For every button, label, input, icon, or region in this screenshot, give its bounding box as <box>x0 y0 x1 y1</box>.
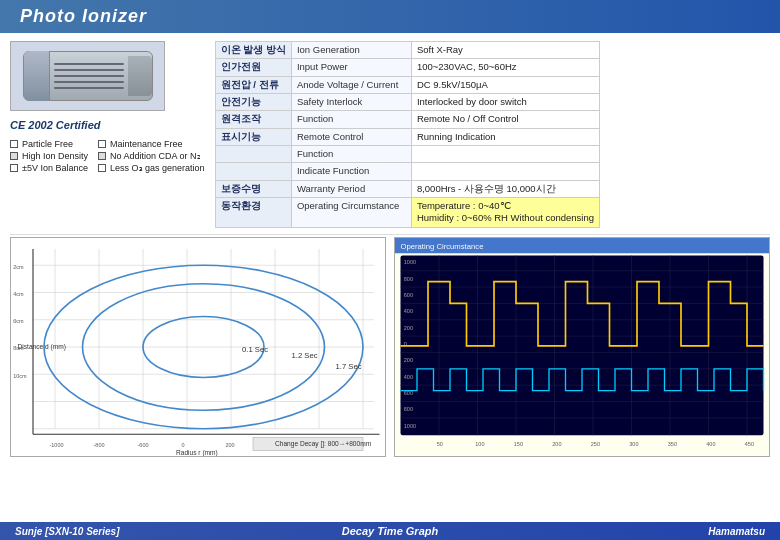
feature-label: Particle Free <box>22 139 73 149</box>
left-panel: CE 2002 Certified Particle Free High Ion… <box>10 41 205 228</box>
spec-english: Warranty Period <box>291 180 411 197</box>
svg-text:150: 150 <box>514 441 523 447</box>
spec-value <box>411 163 599 180</box>
spec-korean: 이온 발생 방식 <box>215 42 291 59</box>
main-content: Photo Ionizer CE 2002 Ce <box>0 0 780 540</box>
svg-text:800: 800 <box>404 275 413 281</box>
svg-text:4cm: 4cm <box>13 291 24 297</box>
top-section: CE 2002 Certified Particle Free High Ion… <box>0 33 780 232</box>
svg-text:0: 0 <box>404 341 407 347</box>
product-image <box>10 41 165 111</box>
svg-text:250: 250 <box>591 441 600 447</box>
spec-row: 원전압 / 전류 Anode Voltage / Current DC 9.5k… <box>215 76 599 93</box>
spec-english: Function <box>291 146 411 163</box>
features-list: Particle Free High Ion Density ±5V Ion B… <box>10 139 205 175</box>
spec-value: 100~230VAC, 50~60Hz <box>411 59 599 76</box>
operating-graph: Operating Circumstance <box>394 237 770 457</box>
svg-text:0: 0 <box>182 442 185 448</box>
spec-korean: 안전기능 <box>215 94 291 111</box>
svg-text:-1000: -1000 <box>50 442 64 448</box>
svg-text:-800: -800 <box>94 442 105 448</box>
ionizer-vents <box>50 59 128 93</box>
svg-text:200: 200 <box>404 324 413 330</box>
feature-label: High Ion Density <box>22 151 88 161</box>
svg-text:200: 200 <box>552 441 561 447</box>
ionizer-body <box>23 51 153 101</box>
svg-text:50: 50 <box>437 441 443 447</box>
feature-item: ±5V Ion Balance <box>10 163 88 173</box>
spec-row: 동작환경 Operating Circumstance Temperature … <box>215 198 599 228</box>
spec-korean: 원격조작 <box>215 111 291 128</box>
spec-row: 원격조작 Function Remote No / Off Control <box>215 111 599 128</box>
svg-text:600: 600 <box>404 390 413 396</box>
features-col1: Particle Free High Ion Density ±5V Ion B… <box>10 139 88 175</box>
spec-english: Indicate Function <box>291 163 411 180</box>
spec-row: 표시기능 Remote Control Running Indication <box>215 128 599 145</box>
features-col2: Maintenance Free No Addition CDA or N₂ L… <box>98 139 205 175</box>
checkbox-icon <box>10 164 18 172</box>
title-bar: Photo Ionizer <box>0 0 780 33</box>
operating-svg: Operating Circumstance <box>395 238 769 456</box>
spec-row: 안전기능 Safety Interlock Interlocked by doo… <box>215 94 599 111</box>
footer-left-text: Sunje [SXN-10 Series] <box>15 526 265 537</box>
bottom-section: 0.1 Sec 1.2 Sec 1.7 Sec 2cm 4cm 6cm 8cm … <box>0 237 780 457</box>
svg-text:Distance d (mm): Distance d (mm) <box>18 343 66 351</box>
svg-text:200: 200 <box>226 442 235 448</box>
ionizer-front <box>24 51 50 101</box>
svg-text:1000: 1000 <box>404 422 416 428</box>
spec-value: Interlocked by door switch <box>411 94 599 111</box>
spec-row: Indicate Function <box>215 163 599 180</box>
svg-text:Radius r (mm): Radius r (mm) <box>176 449 218 456</box>
feature-label: ±5V Ion Balance <box>22 163 88 173</box>
spec-value: Running Indication <box>411 128 599 145</box>
svg-text:400: 400 <box>404 308 413 314</box>
checkbox-icon <box>10 140 18 148</box>
feature-label: No Addition CDA or N₂ <box>110 151 201 161</box>
spec-english: Anode Voltage / Current <box>291 76 411 93</box>
svg-text:10cm: 10cm <box>13 372 27 378</box>
feature-label: Maintenance Free <box>110 139 183 149</box>
spec-korean: 보증수명 <box>215 180 291 197</box>
feature-label: Less O₃ gas generation <box>110 163 205 173</box>
spec-english: Safety Interlock <box>291 94 411 111</box>
footer-bar: Sunje [SXN-10 Series] Decay Time Graph H… <box>0 522 780 540</box>
spec-value: DC 9.5kV/150μA <box>411 76 599 93</box>
spec-english: Remote Control <box>291 128 411 145</box>
spec-value: 8,000Hrs - 사용수명 10,000시간 <box>411 180 599 197</box>
vent-line <box>54 87 124 89</box>
svg-text:300: 300 <box>629 441 638 447</box>
svg-text:1.7 Sec: 1.7 Sec <box>336 362 362 371</box>
spec-row: 보증수명 Warranty Period 8,000Hrs - 사용수명 10,… <box>215 180 599 197</box>
feature-item: Maintenance Free <box>98 139 205 149</box>
svg-text:6cm: 6cm <box>13 318 24 324</box>
svg-text:2cm: 2cm <box>13 263 24 269</box>
checkbox-icon-checked <box>98 152 106 160</box>
svg-text:350: 350 <box>668 441 677 447</box>
divider <box>10 234 770 235</box>
decay-svg: 0.1 Sec 1.2 Sec 1.7 Sec 2cm 4cm 6cm 8cm … <box>11 238 385 456</box>
spec-value: Remote No / Off Control <box>411 111 599 128</box>
feature-item: Less O₃ gas generation <box>98 163 205 173</box>
svg-text:400: 400 <box>404 373 413 379</box>
svg-text:200: 200 <box>404 357 413 363</box>
svg-text:1.2 Sec: 1.2 Sec <box>292 351 318 360</box>
ionizer-back <box>128 56 152 96</box>
svg-text:Change Decay []: 800→+800mm: Change Decay []: 800→+800mm <box>275 440 372 448</box>
spec-korean: 원전압 / 전류 <box>215 76 291 93</box>
spec-row: Function <box>215 146 599 163</box>
svg-text:1000: 1000 <box>404 259 416 265</box>
checkbox-icon <box>98 164 106 172</box>
spec-row: 이온 발생 방식 Ion Generation Soft X-Ray <box>215 42 599 59</box>
ce-label: CE 2002 Certified <box>10 119 205 131</box>
specs-table: 이온 발생 방식 Ion Generation Soft X-Ray 인가전원 … <box>215 41 600 228</box>
spec-value: Temperature : 0~40℃Humidity : 0~60% RH W… <box>411 198 599 228</box>
checkbox-icon <box>98 140 106 148</box>
spec-korean: 인가전원 <box>215 59 291 76</box>
decay-graph: 0.1 Sec 1.2 Sec 1.7 Sec 2cm 4cm 6cm 8cm … <box>10 237 386 457</box>
spec-english: Function <box>291 111 411 128</box>
svg-text:Operating Circumstance: Operating Circumstance <box>401 242 484 251</box>
feature-item: High Ion Density <box>10 151 88 161</box>
svg-text:-600: -600 <box>138 442 149 448</box>
spec-korean <box>215 146 291 163</box>
spec-value: Soft X-Ray <box>411 42 599 59</box>
